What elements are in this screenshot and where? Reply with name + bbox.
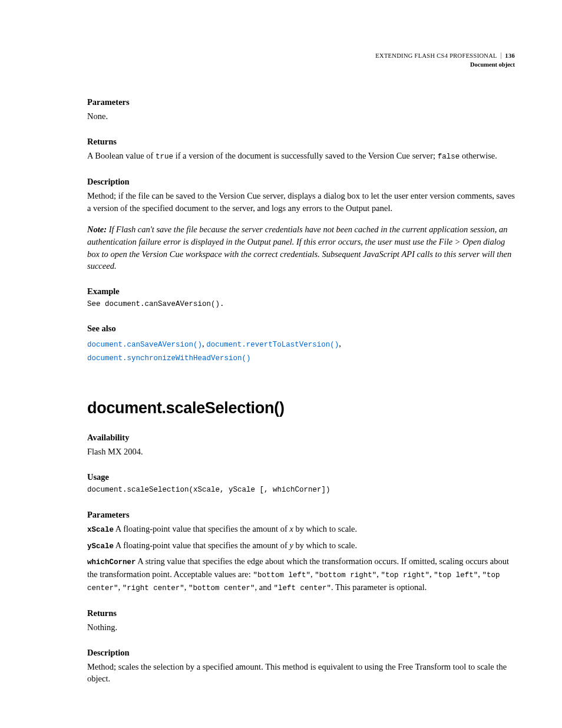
- param-whichcorner-name: whichCorner: [87, 558, 136, 566]
- see-also-heading: See also: [87, 322, 515, 334]
- see-also-link-2[interactable]: document.revertToLastVersion(): [206, 341, 339, 349]
- param-yscale-name: yScale: [87, 542, 114, 551]
- see-also-sep-2: ,: [339, 339, 341, 348]
- param-v3: "top right": [381, 571, 430, 579]
- param-xscale-name: xScale: [87, 526, 114, 534]
- parameters2-heading: Parameters: [87, 509, 515, 521]
- page-number: 136: [501, 52, 515, 59]
- header-title: EXTENDING FLASH CS4 PROFESSIONAL: [375, 52, 497, 59]
- param-v7: "bottom center": [189, 584, 255, 592]
- description2-heading: Description: [87, 647, 515, 658]
- returns-mid: if a version of the document is successf…: [173, 151, 438, 160]
- param-v2: "bottom right": [315, 571, 376, 579]
- note-block: Note: If Flash can't save the file becau…: [87, 223, 515, 272]
- usage-code: document.scaleSelection(xScale, yScale […: [87, 485, 515, 496]
- param-xscale-suffix: by which to scale.: [293, 524, 357, 533]
- parameters-body: None.: [87, 110, 515, 123]
- note-label: Note:: [87, 225, 107, 234]
- usage-heading: Usage: [87, 471, 515, 483]
- example-heading: Example: [87, 285, 515, 297]
- page-content: Parameters None. Returns A Boolean value…: [87, 96, 515, 685]
- method-title: document.scaleSelection(): [87, 397, 515, 420]
- returns-true-code: true: [156, 153, 173, 161]
- see-also-link-3[interactable]: document.synchronizeWithHeadVersion(): [87, 354, 251, 363]
- param-v8: "left center": [273, 584, 331, 592]
- returns-false-code: false: [438, 153, 460, 161]
- availability-heading: Availability: [87, 431, 515, 443]
- param-yscale-prefix: A floating-point value that specifies th…: [114, 541, 289, 550]
- returns-body: A Boolean value of true if a version of …: [87, 150, 515, 163]
- header-line1: EXTENDING FLASH CS4 PROFESSIONAL 136: [375, 52, 515, 60]
- param-v6: "right center": [123, 584, 184, 592]
- example-code: See document.canSaveAVersion().: [87, 299, 515, 310]
- description-body: Method; if the file can be saved to the …: [87, 190, 515, 214]
- param-xscale-prefix: A floating-point value that specifies th…: [114, 524, 289, 533]
- param-v4: "top left": [434, 571, 478, 579]
- param-whichcorner: whichCorner A string value that specifie…: [87, 555, 515, 594]
- see-also-link-1[interactable]: document.canSaveAVersion(): [87, 341, 202, 349]
- returns-suffix: otherwise.: [459, 151, 497, 160]
- param-v1: "bottom left": [253, 571, 310, 579]
- param-xscale: xScale A floating-point value that speci…: [87, 523, 515, 536]
- note-body: If Flash can't save the file because the…: [87, 225, 511, 271]
- param-yscale: yScale A floating-point value that speci…: [87, 539, 515, 552]
- availability-body: Flash MX 2004.: [87, 446, 515, 458]
- parameters-heading: Parameters: [87, 96, 515, 108]
- description2-body: Method; scales the selection by a specif…: [87, 661, 515, 685]
- returns2-heading: Returns: [87, 607, 515, 619]
- param-whichcorner-suffix: . This parameter is optional.: [331, 582, 427, 592]
- description-heading: Description: [87, 176, 515, 187]
- returns-prefix: A Boolean value of: [87, 151, 156, 160]
- returns2-body: Nothing.: [87, 621, 515, 634]
- see-also-links: document.canSaveAVersion(), document.rev…: [87, 337, 515, 364]
- page-header: EXTENDING FLASH CS4 PROFESSIONAL 136 Doc…: [375, 52, 515, 68]
- header-subtitle: Document object: [375, 61, 515, 69]
- returns-heading: Returns: [87, 136, 515, 147]
- param-yscale-suffix: by which to scale.: [293, 541, 357, 550]
